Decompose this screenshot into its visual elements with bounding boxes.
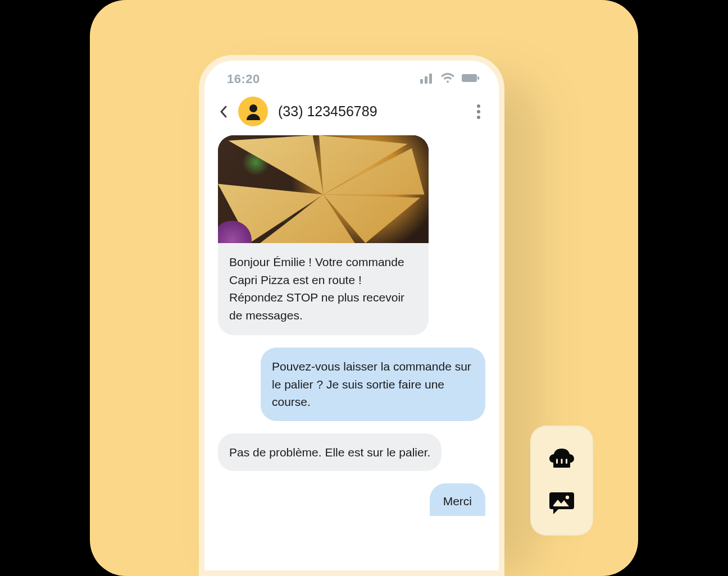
- chef-hat-icon: [548, 444, 575, 471]
- svg-rect-10: [556, 459, 558, 464]
- svg-point-5: [249, 104, 257, 112]
- back-button[interactable]: [216, 104, 231, 120]
- svg-rect-9: [553, 464, 570, 468]
- chef-hat-button[interactable]: [546, 442, 577, 473]
- svg-rect-12: [566, 459, 567, 464]
- image-message-button[interactable]: [546, 488, 577, 519]
- svg-point-8: [477, 116, 480, 119]
- avatar[interactable]: [238, 97, 268, 126]
- image-message-icon: [548, 490, 575, 517]
- stage: 16:20: [0, 0, 728, 576]
- contact-phone-number[interactable]: (33) 123456789: [278, 103, 463, 120]
- messages-list: Bonjour Émilie ! Votre commande Capri Pi…: [204, 135, 499, 516]
- battery-icon: [462, 72, 480, 86]
- more-options-button[interactable]: [470, 103, 488, 121]
- message-text: Merci: [443, 495, 472, 508]
- message-text: Pouvez-vous laisser la commande sur le p…: [272, 360, 471, 408]
- message-received[interactable]: Pas de problème. Elle est sur le palier.: [218, 433, 442, 472]
- message-sent[interactable]: Pouvez-vous laisser la commande sur le p…: [261, 348, 485, 421]
- message-sent[interactable]: Merci: [430, 483, 485, 516]
- svg-point-7: [477, 110, 480, 113]
- status-time: 16:20: [227, 72, 260, 86]
- svg-point-6: [477, 104, 480, 108]
- svg-rect-1: [425, 76, 427, 84]
- svg-rect-11: [561, 459, 563, 464]
- svg-rect-4: [477, 76, 479, 80]
- svg-rect-0: [420, 79, 423, 84]
- phone-screen: 16:20: [204, 61, 499, 570]
- phone-frame: 16:20: [199, 55, 504, 576]
- status-bar: 16:20: [204, 61, 499, 92]
- message-image-pizza: [218, 135, 429, 243]
- wifi-icon: [440, 72, 455, 86]
- status-icons: [420, 72, 480, 86]
- svg-rect-3: [462, 74, 477, 82]
- message-text: Pas de problème. Elle est sur le palier.: [229, 446, 430, 459]
- svg-rect-2: [429, 74, 432, 84]
- chat-header: (33) 123456789: [204, 92, 499, 135]
- message-received-with-image[interactable]: Bonjour Émilie ! Votre commande Capri Pi…: [218, 135, 429, 335]
- svg-point-13: [566, 496, 569, 499]
- cellular-signal-icon: [420, 72, 434, 86]
- message-text: Bonjour Émilie ! Votre commande Capri Pi…: [218, 243, 429, 335]
- side-tool-panel: [530, 426, 593, 536]
